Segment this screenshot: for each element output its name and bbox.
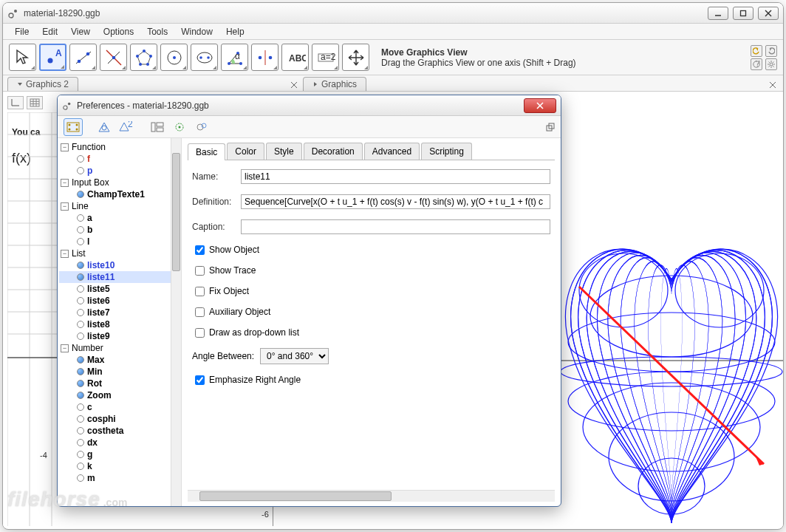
fix-object-checkbox[interactable] [195, 287, 205, 296]
tree-item[interactable]: Zoom [59, 389, 180, 401]
tree-item[interactable]: Rot [59, 378, 180, 389]
visibility-icon[interactable] [77, 415, 84, 423]
dialog-detach-icon[interactable] [546, 123, 555, 132]
tool-reflect[interactable] [251, 44, 278, 71]
tree-category[interactable]: −List [59, 248, 180, 259]
dialog-hscroll-thumb[interactable] [199, 491, 392, 501]
dlgtool-graphics2[interactable]: 2 [117, 118, 136, 136]
visibility-icon[interactable] [77, 214, 84, 222]
collapse-icon[interactable]: − [61, 250, 69, 258]
tree-item[interactable]: b [59, 224, 180, 236]
stylebar-grid[interactable] [27, 96, 43, 109]
tree-item[interactable]: c [59, 401, 180, 413]
tree-item[interactable]: k [59, 460, 180, 472]
visibility-icon[interactable] [77, 439, 84, 446]
menu-file[interactable]: File [9, 25, 35, 38]
visibility-icon[interactable] [77, 297, 84, 304]
help-button[interactable]: ? [751, 58, 762, 70]
aux-object-checkbox[interactable] [195, 307, 205, 317]
emph-right-checkbox[interactable] [195, 375, 205, 385]
tree-category[interactable]: −Input Box [59, 177, 180, 188]
tree-item[interactable]: a [59, 212, 180, 224]
tool-segment[interactable] [100, 44, 127, 71]
tree-item[interactable]: f [59, 153, 180, 165]
visibility-icon[interactable] [77, 321, 84, 328]
tree-item[interactable]: p [59, 165, 180, 177]
visibility-icon[interactable] [77, 238, 84, 245]
tree-category[interactable]: −Line [59, 200, 180, 212]
visibility-icon[interactable] [77, 262, 84, 269]
show-trace-checkbox[interactable] [195, 266, 205, 276]
visibility-icon[interactable] [77, 356, 84, 364]
visibility-icon[interactable] [77, 427, 84, 434]
tool-ellipse[interactable] [191, 44, 218, 71]
visibility-icon[interactable] [77, 403, 84, 411]
tree-item[interactable]: liste7 [59, 307, 180, 318]
visibility-icon[interactable] [77, 309, 84, 316]
stylebar-axes[interactable] [7, 96, 24, 109]
visibility-icon[interactable] [77, 273, 84, 281]
tree-category[interactable]: −Function [59, 141, 180, 153]
redo-button[interactable] [765, 45, 777, 57]
dropdown-checkbox[interactable] [195, 328, 205, 338]
menu-edit[interactable]: Edit [36, 25, 64, 38]
ptab-style[interactable]: Style [266, 143, 302, 160]
tool-text[interactable]: ABC [281, 44, 309, 71]
tree-item[interactable]: liste8 [59, 318, 180, 330]
visibility-icon[interactable] [77, 332, 84, 340]
menu-window[interactable]: Window [175, 25, 219, 38]
minimize-button[interactable] [708, 7, 728, 20]
show-object-checkbox[interactable] [195, 245, 205, 255]
tab-graphics2[interactable]: Graphics 2 [7, 77, 78, 91]
tree-scrollbar[interactable] [171, 138, 181, 506]
graphics2-close[interactable] [288, 79, 300, 91]
menu-tools[interactable]: Tools [141, 25, 174, 38]
tool-line[interactable] [69, 44, 97, 71]
tree-item[interactable]: Max [59, 354, 180, 366]
dlgtool-advanced[interactable] [192, 118, 211, 136]
visibility-icon[interactable] [77, 474, 84, 482]
tree-item[interactable]: l [59, 236, 180, 248]
tool-slider[interactable]: a=2 [312, 44, 339, 71]
tree-item[interactable]: cosphi [59, 413, 180, 425]
visibility-icon[interactable] [77, 191, 84, 198]
tree-item[interactable]: liste9 [59, 330, 180, 342]
caption-input[interactable] [241, 219, 550, 234]
collapse-icon[interactable]: − [61, 344, 69, 352]
tree-item[interactable]: liste10 [59, 259, 180, 271]
collapse-icon[interactable]: − [61, 179, 69, 187]
tree-item[interactable]: liste11 [59, 271, 180, 283]
visibility-icon[interactable] [77, 167, 84, 174]
visibility-icon[interactable] [77, 155, 84, 163]
tree-item[interactable]: liste5 [59, 283, 180, 295]
ptab-color[interactable]: Color [227, 143, 264, 160]
collapse-icon[interactable]: − [61, 202, 69, 211]
dlgtool-objects[interactable] [64, 118, 83, 136]
visibility-icon[interactable] [77, 463, 84, 470]
tree-category[interactable]: −Number [59, 342, 180, 354]
undo-button[interactable] [751, 45, 762, 57]
close-button[interactable] [758, 7, 779, 20]
tree-item[interactable]: Min [59, 366, 180, 378]
visibility-icon[interactable] [77, 451, 84, 458]
tree-item[interactable]: ChampTexte1 [59, 188, 180, 200]
tree-scrollbar-thumb[interactable] [172, 153, 180, 271]
tool-point[interactable]: A [39, 44, 66, 71]
menu-view[interactable]: View [65, 25, 96, 38]
visibility-icon[interactable] [77, 368, 84, 375]
heart-plot[interactable] [550, 220, 784, 530]
menu-options[interactable]: Options [98, 25, 140, 38]
ptab-decoration[interactable]: Decoration [304, 143, 363, 160]
dlgtool-defaults[interactable] [170, 118, 189, 136]
dialog-close-button[interactable] [524, 98, 556, 113]
graphics-close[interactable] [767, 79, 779, 91]
tool-circle[interactable] [160, 44, 188, 71]
tab-graphics[interactable]: Graphics [303, 77, 366, 91]
ptab-scripting[interactable]: Scripting [421, 143, 472, 160]
definition-input[interactable] [241, 194, 550, 209]
ptab-advanced[interactable]: Advanced [364, 143, 420, 160]
visibility-icon[interactable] [77, 226, 84, 233]
angle-between-select[interactable]: 0° and 360° [260, 348, 329, 364]
tree-item[interactable]: m [59, 472, 180, 484]
tool-move-graphics[interactable] [342, 44, 369, 71]
